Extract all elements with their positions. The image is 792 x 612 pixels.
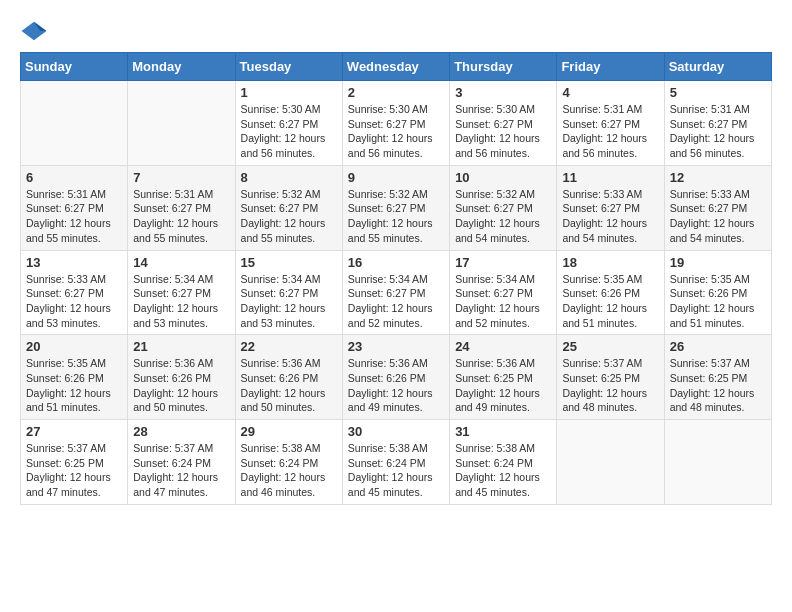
calendar-cell: 8Sunrise: 5:32 AM Sunset: 6:27 PM Daylig… (235, 165, 342, 250)
day-number: 8 (241, 170, 337, 185)
day-info: Sunrise: 5:34 AM Sunset: 6:27 PM Dayligh… (348, 272, 444, 331)
calendar-cell: 17Sunrise: 5:34 AM Sunset: 6:27 PM Dayli… (450, 250, 557, 335)
calendar-cell: 29Sunrise: 5:38 AM Sunset: 6:24 PM Dayli… (235, 420, 342, 505)
calendar-cell: 9Sunrise: 5:32 AM Sunset: 6:27 PM Daylig… (342, 165, 449, 250)
calendar-header-row: SundayMondayTuesdayWednesdayThursdayFrid… (21, 53, 772, 81)
day-info: Sunrise: 5:38 AM Sunset: 6:24 PM Dayligh… (348, 441, 444, 500)
logo (20, 20, 52, 42)
calendar-week-row: 1Sunrise: 5:30 AM Sunset: 6:27 PM Daylig… (21, 81, 772, 166)
day-info: Sunrise: 5:31 AM Sunset: 6:27 PM Dayligh… (670, 102, 766, 161)
day-number: 6 (26, 170, 122, 185)
day-number: 30 (348, 424, 444, 439)
day-number: 18 (562, 255, 658, 270)
day-number: 31 (455, 424, 551, 439)
calendar-cell: 1Sunrise: 5:30 AM Sunset: 6:27 PM Daylig… (235, 81, 342, 166)
calendar-week-row: 6Sunrise: 5:31 AM Sunset: 6:27 PM Daylig… (21, 165, 772, 250)
day-number: 3 (455, 85, 551, 100)
day-info: Sunrise: 5:31 AM Sunset: 6:27 PM Dayligh… (133, 187, 229, 246)
day-number: 4 (562, 85, 658, 100)
day-number: 13 (26, 255, 122, 270)
day-info: Sunrise: 5:33 AM Sunset: 6:27 PM Dayligh… (670, 187, 766, 246)
day-number: 22 (241, 339, 337, 354)
day-number: 25 (562, 339, 658, 354)
calendar-cell: 14Sunrise: 5:34 AM Sunset: 6:27 PM Dayli… (128, 250, 235, 335)
calendar-cell (664, 420, 771, 505)
calendar-week-row: 20Sunrise: 5:35 AM Sunset: 6:26 PM Dayli… (21, 335, 772, 420)
calendar-cell: 23Sunrise: 5:36 AM Sunset: 6:26 PM Dayli… (342, 335, 449, 420)
calendar-week-row: 13Sunrise: 5:33 AM Sunset: 6:27 PM Dayli… (21, 250, 772, 335)
day-info: Sunrise: 5:31 AM Sunset: 6:27 PM Dayligh… (26, 187, 122, 246)
day-info: Sunrise: 5:37 AM Sunset: 6:24 PM Dayligh… (133, 441, 229, 500)
calendar-cell: 4Sunrise: 5:31 AM Sunset: 6:27 PM Daylig… (557, 81, 664, 166)
day-number: 27 (26, 424, 122, 439)
day-number: 20 (26, 339, 122, 354)
day-info: Sunrise: 5:35 AM Sunset: 6:26 PM Dayligh… (670, 272, 766, 331)
day-info: Sunrise: 5:34 AM Sunset: 6:27 PM Dayligh… (241, 272, 337, 331)
day-number: 2 (348, 85, 444, 100)
day-number: 16 (348, 255, 444, 270)
day-info: Sunrise: 5:32 AM Sunset: 6:27 PM Dayligh… (241, 187, 337, 246)
weekday-header: Wednesday (342, 53, 449, 81)
day-number: 12 (670, 170, 766, 185)
calendar-cell: 31Sunrise: 5:38 AM Sunset: 6:24 PM Dayli… (450, 420, 557, 505)
weekday-header: Friday (557, 53, 664, 81)
day-info: Sunrise: 5:38 AM Sunset: 6:24 PM Dayligh… (455, 441, 551, 500)
day-info: Sunrise: 5:36 AM Sunset: 6:26 PM Dayligh… (241, 356, 337, 415)
day-info: Sunrise: 5:30 AM Sunset: 6:27 PM Dayligh… (455, 102, 551, 161)
day-info: Sunrise: 5:30 AM Sunset: 6:27 PM Dayligh… (348, 102, 444, 161)
day-number: 28 (133, 424, 229, 439)
day-info: Sunrise: 5:38 AM Sunset: 6:24 PM Dayligh… (241, 441, 337, 500)
day-info: Sunrise: 5:30 AM Sunset: 6:27 PM Dayligh… (241, 102, 337, 161)
day-info: Sunrise: 5:34 AM Sunset: 6:27 PM Dayligh… (133, 272, 229, 331)
day-info: Sunrise: 5:36 AM Sunset: 6:25 PM Dayligh… (455, 356, 551, 415)
weekday-header: Tuesday (235, 53, 342, 81)
page-header (20, 20, 772, 42)
day-info: Sunrise: 5:32 AM Sunset: 6:27 PM Dayligh… (455, 187, 551, 246)
calendar-cell: 21Sunrise: 5:36 AM Sunset: 6:26 PM Dayli… (128, 335, 235, 420)
day-info: Sunrise: 5:35 AM Sunset: 6:26 PM Dayligh… (26, 356, 122, 415)
day-number: 19 (670, 255, 766, 270)
calendar-cell: 5Sunrise: 5:31 AM Sunset: 6:27 PM Daylig… (664, 81, 771, 166)
day-info: Sunrise: 5:33 AM Sunset: 6:27 PM Dayligh… (26, 272, 122, 331)
weekday-header: Saturday (664, 53, 771, 81)
day-info: Sunrise: 5:33 AM Sunset: 6:27 PM Dayligh… (562, 187, 658, 246)
day-number: 26 (670, 339, 766, 354)
calendar-cell: 7Sunrise: 5:31 AM Sunset: 6:27 PM Daylig… (128, 165, 235, 250)
calendar-cell: 16Sunrise: 5:34 AM Sunset: 6:27 PM Dayli… (342, 250, 449, 335)
calendar-cell: 25Sunrise: 5:37 AM Sunset: 6:25 PM Dayli… (557, 335, 664, 420)
calendar-cell: 26Sunrise: 5:37 AM Sunset: 6:25 PM Dayli… (664, 335, 771, 420)
calendar-cell (128, 81, 235, 166)
day-info: Sunrise: 5:36 AM Sunset: 6:26 PM Dayligh… (348, 356, 444, 415)
day-number: 17 (455, 255, 551, 270)
calendar-cell: 30Sunrise: 5:38 AM Sunset: 6:24 PM Dayli… (342, 420, 449, 505)
generalblue-icon (20, 20, 48, 42)
calendar-cell: 18Sunrise: 5:35 AM Sunset: 6:26 PM Dayli… (557, 250, 664, 335)
calendar-cell: 20Sunrise: 5:35 AM Sunset: 6:26 PM Dayli… (21, 335, 128, 420)
day-number: 11 (562, 170, 658, 185)
calendar-table: SundayMondayTuesdayWednesdayThursdayFrid… (20, 52, 772, 505)
day-info: Sunrise: 5:37 AM Sunset: 6:25 PM Dayligh… (562, 356, 658, 415)
day-number: 21 (133, 339, 229, 354)
day-number: 5 (670, 85, 766, 100)
day-number: 15 (241, 255, 337, 270)
weekday-header: Monday (128, 53, 235, 81)
calendar-cell: 28Sunrise: 5:37 AM Sunset: 6:24 PM Dayli… (128, 420, 235, 505)
calendar-cell: 15Sunrise: 5:34 AM Sunset: 6:27 PM Dayli… (235, 250, 342, 335)
day-number: 23 (348, 339, 444, 354)
day-number: 9 (348, 170, 444, 185)
day-number: 14 (133, 255, 229, 270)
calendar-cell: 13Sunrise: 5:33 AM Sunset: 6:27 PM Dayli… (21, 250, 128, 335)
day-number: 24 (455, 339, 551, 354)
calendar-cell: 6Sunrise: 5:31 AM Sunset: 6:27 PM Daylig… (21, 165, 128, 250)
day-info: Sunrise: 5:37 AM Sunset: 6:25 PM Dayligh… (26, 441, 122, 500)
calendar-cell: 24Sunrise: 5:36 AM Sunset: 6:25 PM Dayli… (450, 335, 557, 420)
calendar-cell: 2Sunrise: 5:30 AM Sunset: 6:27 PM Daylig… (342, 81, 449, 166)
calendar-cell: 27Sunrise: 5:37 AM Sunset: 6:25 PM Dayli… (21, 420, 128, 505)
calendar-cell (557, 420, 664, 505)
day-number: 29 (241, 424, 337, 439)
day-info: Sunrise: 5:31 AM Sunset: 6:27 PM Dayligh… (562, 102, 658, 161)
calendar-week-row: 27Sunrise: 5:37 AM Sunset: 6:25 PM Dayli… (21, 420, 772, 505)
calendar-cell: 3Sunrise: 5:30 AM Sunset: 6:27 PM Daylig… (450, 81, 557, 166)
calendar-cell: 19Sunrise: 5:35 AM Sunset: 6:26 PM Dayli… (664, 250, 771, 335)
day-info: Sunrise: 5:36 AM Sunset: 6:26 PM Dayligh… (133, 356, 229, 415)
